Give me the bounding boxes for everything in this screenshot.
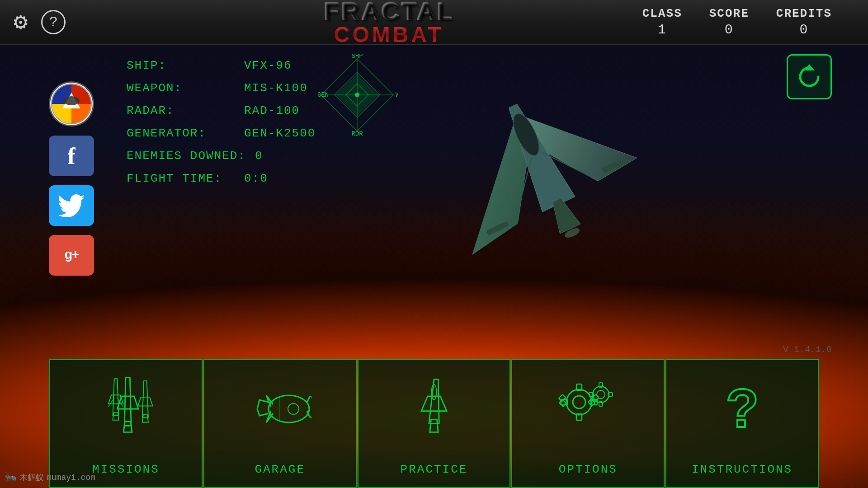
radar-key: RADAR: — [127, 104, 235, 117]
missions-button[interactable]: MISSIONS — [49, 359, 203, 488]
garage-label: GARAGE — [255, 463, 305, 476]
weapon-row: WEAPON: MIS-K100 — [127, 81, 316, 95]
watermark-icon: 🐜 — [5, 471, 17, 483]
enemies-row: ENEMIES DOWNED: 0 — [127, 149, 316, 163]
generator-val: GEN-K2500 — [244, 127, 316, 140]
svg-point-19 — [355, 93, 359, 97]
facebook-button[interactable]: f — [49, 136, 94, 176]
radar-val: RAD-100 — [244, 104, 300, 117]
instructions-button[interactable]: ? INSTRUCTIONS — [665, 359, 819, 488]
svg-marker-25 — [113, 379, 119, 416]
version-text: V 1.4.1.0 — [783, 344, 832, 355]
flight-key: FLIGHT TIME: — [127, 172, 235, 185]
svg-marker-34 — [138, 397, 153, 406]
svg-text:WPN: WPN — [396, 91, 398, 99]
svg-text:?: ? — [726, 378, 759, 438]
bottom-nav: MISSIONS GARAGE — [49, 359, 819, 488]
svg-marker-35 — [142, 415, 148, 422]
svg-point-38 — [288, 404, 299, 414]
missions-label: MISSIONS — [92, 463, 160, 476]
radar-widget: .rl { fill: none; stroke: #00aa33; strok… — [316, 54, 398, 136]
instructions-label: INSTRUCTIONS — [692, 463, 793, 476]
class-value: 1 — [642, 22, 682, 38]
ship-key: SHIP: — [127, 59, 235, 72]
svg-marker-24 — [804, 64, 815, 70]
ship-val: VFX-96 — [244, 59, 292, 72]
spaceship-display — [407, 72, 678, 267]
svg-marker-39 — [429, 379, 439, 423]
svg-marker-32 — [124, 422, 132, 432]
missions-icon — [94, 360, 157, 457]
garage-button[interactable]: GARAGE — [203, 359, 357, 488]
credits-stat: CREDITS 0 — [776, 7, 832, 38]
header: ⚙ ? FRACTAL COMBAT CLASS 1 SCORE 0 CREDI… — [0, 0, 868, 45]
watermark: 🐜 木蚂蚁 mumayi.com — [5, 471, 95, 483]
flight-row: FLIGHT TIME: 0:0 — [127, 172, 316, 185]
logo-line2: COMBAT — [324, 24, 454, 46]
garage-icon — [248, 360, 311, 457]
game-logo: FRACTAL COMBAT — [324, 0, 454, 46]
svg-point-54 — [597, 390, 605, 399]
flight-val: 0:0 — [244, 172, 268, 185]
google-plus-icon: g+ — [64, 248, 79, 263]
radar-row: RADAR: RAD-100 — [127, 104, 316, 117]
facebook-icon: f — [67, 143, 75, 169]
logo-line1: FRACTAL — [324, 0, 454, 24]
credits-label: CREDITS — [776, 7, 832, 20]
watermark-url: mumayi.com — [47, 473, 95, 482]
class-stat: CLASS 1 — [642, 7, 682, 38]
options-button[interactable]: OPTIONS — [511, 359, 665, 488]
practice-label: PRACTICE — [401, 463, 468, 476]
settings-icon[interactable]: ⚙ — [14, 8, 28, 37]
options-icon — [557, 360, 620, 457]
class-label: CLASS — [642, 7, 682, 20]
svg-marker-27 — [113, 413, 119, 420]
help-icon[interactable]: ? — [41, 10, 66, 34]
svg-marker-33 — [142, 380, 148, 418]
svg-text:SHP: SHP — [351, 54, 363, 60]
score-stat: SCORE 0 — [709, 7, 749, 38]
options-label: OPTIONS — [559, 463, 618, 476]
score-label: SCORE — [709, 7, 749, 20]
svg-point-36 — [269, 395, 309, 422]
svg-marker-30 — [125, 377, 132, 426]
generator-row: GENERATOR: GEN-K2500 — [127, 127, 316, 140]
svg-text:GEN: GEN — [317, 91, 329, 99]
instructions-icon: ? — [711, 360, 774, 457]
svg-rect-51 — [559, 394, 566, 402]
enemies-key: ENEMIES DOWNED: — [127, 149, 246, 163]
ship-row: SHIP: VFX-96 — [127, 59, 316, 72]
weapon-val: MIS-K100 — [244, 81, 308, 95]
weapon-key: WEAPON: — [127, 81, 235, 95]
generator-key: GENERATOR: — [127, 127, 235, 140]
svg-marker-40 — [421, 396, 447, 411]
credits-value: 0 — [776, 22, 832, 38]
score-value: 0 — [709, 22, 749, 38]
svg-marker-41 — [430, 419, 439, 432]
twitter-button[interactable] — [49, 185, 94, 226]
svg-text:RDR: RDR — [351, 130, 363, 136]
twitter-icon — [58, 194, 85, 217]
info-panel: SHIP: VFX-96 WEAPON: MIS-K100 RADAR: RAD… — [127, 59, 316, 194]
watermark-brand: 木蚂蚁 — [19, 472, 44, 483]
svg-point-44 — [573, 396, 585, 408]
header-stats: CLASS 1 SCORE 0 CREDITS 0 — [642, 7, 868, 38]
social-panel: f g+ — [49, 81, 94, 276]
google-plus-button[interactable]: g+ — [49, 235, 94, 276]
svg-point-12 — [63, 96, 80, 105]
enemies-val: 0 — [255, 149, 263, 163]
practice-button[interactable]: PRACTICE — [358, 359, 511, 488]
practice-icon — [402, 360, 466, 457]
refresh-button[interactable] — [787, 54, 832, 99]
avatar[interactable] — [49, 81, 94, 127]
